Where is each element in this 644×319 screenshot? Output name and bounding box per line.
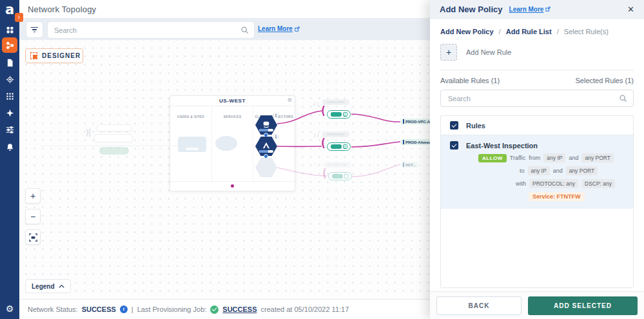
bell-icon (6, 143, 14, 151)
rules-header-label: Rules (466, 122, 485, 130)
job-label: Last Provisioning Job: (137, 305, 207, 313)
available-rules-label: Available Rules (1) (440, 77, 500, 84)
policy-group-pill (322, 99, 349, 105)
faded-pill (94, 134, 133, 142)
dashboard-icon (6, 26, 14, 34)
rule-name: East-West Inspection (466, 142, 538, 150)
success-check-icon (210, 305, 219, 314)
dscp-tag: DSCP: any (581, 179, 615, 188)
policy-pill-count: 1 (343, 144, 347, 149)
breadcrumb-add-new-policy[interactable]: Add New Policy (440, 28, 494, 35)
edge-label-net: NET... (401, 162, 418, 168)
policy-pill[interactable]: 1 (327, 110, 351, 119)
rules-search (440, 90, 634, 107)
status-divider: | (132, 305, 133, 313)
sidebar-item-documents[interactable] (2, 55, 17, 70)
cloud-connector-azure[interactable]: 1 (255, 137, 277, 156)
add-selected-button[interactable]: ADD SELECTED (528, 296, 638, 315)
collapse-bars (315, 133, 318, 138)
filter-icon (31, 27, 38, 28)
close-icon[interactable]: ✕ (627, 5, 634, 14)
divider (440, 70, 634, 70)
service-tag: Service: FTNTFW (529, 192, 585, 201)
designer-button[interactable]: DESIGNER (25, 48, 83, 63)
select-all-checkbox[interactable] (450, 121, 458, 130)
sliders-icon (6, 126, 14, 134)
star-icon (6, 109, 14, 117)
src-port-tag: any PORT (581, 153, 614, 162)
target-icon (6, 75, 14, 84)
designer-icon (30, 52, 37, 59)
region-card-header: US-WEST ⚙ (170, 96, 295, 106)
breadcrumb-select-rules: Select Rule(s) (564, 28, 609, 35)
edge-label-bar (403, 119, 404, 124)
edge-label-bar (403, 140, 404, 144)
rule-line-2: to any IP and any PORT (450, 166, 624, 175)
cloud-connector-aws[interactable]: 1 (255, 115, 277, 135)
users-sites-node[interactable] (178, 137, 206, 152)
policy-group-pill (322, 131, 349, 137)
chevron-up-icon (59, 284, 64, 288)
topology-canvas[interactable]: DESIGNER + − Legend ){ US-WEST ⚙ (19, 40, 430, 299)
sidebar-expand-button[interactable]: › (15, 13, 23, 22)
connector-progress-bar (259, 129, 273, 131)
connector-count-badge: 1 (273, 113, 278, 118)
network-status-label: Network Status: (28, 305, 78, 313)
policy-pill-count: 1 (343, 112, 347, 117)
page-header: Network Topology (19, 0, 430, 19)
policy-bracket: ( (322, 167, 327, 180)
toolbar-learn-more-link[interactable]: Learn More (258, 25, 300, 32)
panel-footer: BACK ADD SELECTED (430, 291, 644, 319)
job-detail: created at 05/10/2022 11:17 (261, 305, 349, 313)
faded-pill (97, 124, 132, 131)
back-button[interactable]: BACK (436, 296, 522, 315)
rule-row-east-west-inspection[interactable]: East-West Inspection ALLOW Traffic from … (441, 135, 633, 209)
topology-search-input[interactable] (53, 26, 240, 35)
sidebar-item-notifications[interactable] (2, 139, 17, 155)
topology-icon (6, 41, 14, 50)
add-new-policy-panel: Add New Policy Learn More ✕ Add New Poli… (430, 0, 644, 319)
app-sidebar: a ⚙ (0, 0, 19, 319)
status-bar: Network Status: SUCCESS i | Last Provisi… (19, 299, 430, 319)
rules-search-input[interactable] (447, 94, 619, 103)
policy-pill-faded (328, 172, 352, 180)
topology-search (47, 21, 255, 39)
card-options-icon[interactable]: ⚙ (288, 97, 292, 103)
src-ip-tag: any IP (543, 153, 565, 162)
external-link-icon (295, 26, 300, 32)
panel-title: Add New Policy (440, 5, 503, 14)
info-icon[interactable]: i (120, 305, 128, 313)
services-node[interactable] (215, 136, 237, 151)
legend-button[interactable]: Legend (25, 279, 71, 293)
policy-pill-fill (331, 144, 342, 149)
sidebar-item-settings[interactable]: ⚙ (2, 301, 17, 316)
region-card-footer (170, 181, 295, 190)
panel-learn-more-link[interactable]: Learn More (509, 6, 551, 13)
fit-view-icon (29, 233, 37, 242)
sidebar-item-topology[interactable] (2, 37, 17, 53)
policy-pill-fill (331, 112, 342, 117)
job-status-link[interactable]: SUCCESS (222, 305, 257, 313)
plus-icon: + (440, 44, 457, 61)
breadcrumb-add-rule-list[interactable]: Add Rule List (506, 28, 552, 35)
fit-view-button[interactable] (25, 229, 41, 245)
rule-line-3: with PROTOCOL: any DSCP: any (450, 179, 624, 188)
sidebar-item-dashboard[interactable] (2, 22, 17, 37)
faded-bracket: ){ (86, 128, 91, 137)
sidebar-item-settings-sliders[interactable] (2, 122, 17, 137)
page-title: Network Topology (28, 5, 96, 14)
rule-line-1: ALLOW Traffic from any IP and any PORT (450, 153, 624, 162)
policy-pill[interactable]: 1 (327, 142, 351, 151)
sidebar-item-apps[interactable] (2, 88, 17, 104)
zoom-in-button[interactable]: + (25, 188, 41, 204)
policy-bracket: ( (321, 104, 326, 118)
region-title: US-WEST (219, 98, 246, 104)
rule-checkbox[interactable] (450, 141, 458, 150)
zoom-out-button[interactable]: − (25, 209, 41, 224)
sidebar-item-integrations[interactable] (2, 105, 17, 121)
collapse-bars (315, 102, 318, 106)
search-icon (619, 94, 627, 102)
add-new-rule-button[interactable]: + Add New Rule (440, 44, 634, 61)
filter-button[interactable] (26, 21, 43, 38)
sidebar-item-monitoring[interactable] (2, 72, 17, 87)
